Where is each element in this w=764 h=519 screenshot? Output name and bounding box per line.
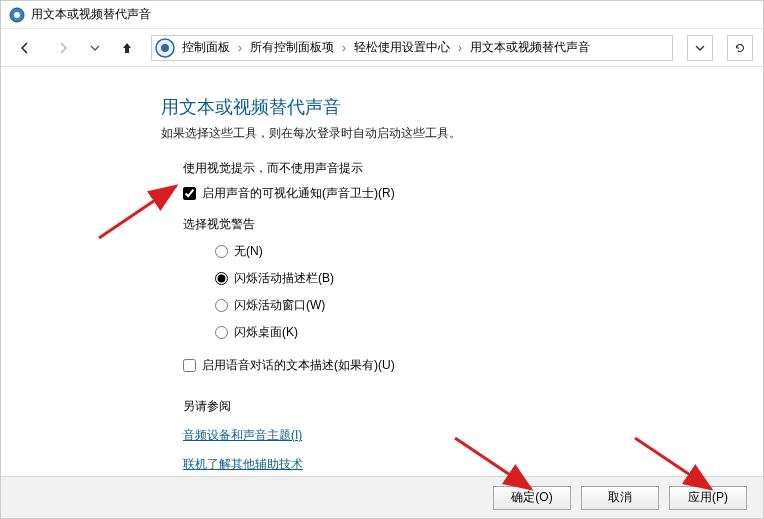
forward-button[interactable] [49, 34, 77, 62]
window-title: 用文本或视频替代声音 [31, 6, 151, 23]
breadcrumb-item-0[interactable]: 控制面板 [176, 36, 236, 60]
radio-none-label: 无(N) [234, 243, 263, 260]
choose-warning-heading: 选择视觉警告 [183, 216, 763, 233]
breadcrumb-item-3[interactable]: 用文本或视频替代声音 [464, 36, 596, 60]
footer: 确定(O) 取消 应用(P) [1, 476, 763, 518]
chevron-right-icon: › [340, 41, 348, 55]
radio-flash-caption[interactable] [215, 272, 228, 285]
titlebar: 用文本或视频替代声音 [1, 1, 763, 29]
radio-flash-caption-row[interactable]: 闪烁活动描述栏(B) [215, 270, 763, 287]
radio-none[interactable] [215, 245, 228, 258]
see-also-heading: 另请参阅 [183, 398, 763, 415]
sound-sentry-label: 启用声音的可视化通知(声音卫士)(R) [202, 185, 395, 202]
recent-locations-button[interactable] [87, 34, 103, 62]
page-description: 如果选择这些工具，则在每次登录时自动启动这些工具。 [161, 125, 763, 142]
radio-flash-desktop-label: 闪烁桌面(K) [234, 324, 298, 341]
sound-sentry-checkbox-row[interactable]: 启用声音的可视化通知(声音卫士)(R) [183, 185, 763, 202]
address-icon [154, 37, 176, 59]
chevron-right-icon: › [456, 41, 464, 55]
svg-point-1 [14, 12, 20, 18]
sound-sentry-checkbox[interactable] [183, 187, 196, 200]
radio-flash-desktop[interactable] [215, 326, 228, 339]
radio-flash-window-row[interactable]: 闪烁活动窗口(W) [215, 297, 763, 314]
radio-flash-caption-label: 闪烁活动描述栏(B) [234, 270, 334, 287]
visual-warning-radio-group: 无(N) 闪烁活动描述栏(B) 闪烁活动窗口(W) 闪烁桌面(K) [215, 243, 763, 341]
svg-point-3 [161, 44, 169, 52]
radio-none-row[interactable]: 无(N) [215, 243, 763, 260]
breadcrumb-item-1[interactable]: 所有控制面板项 [244, 36, 340, 60]
visual-cues-heading: 使用视觉提示，而不使用声音提示 [183, 160, 763, 177]
chevron-right-icon: › [236, 41, 244, 55]
apply-button[interactable]: 应用(P) [669, 486, 747, 510]
cancel-button[interactable]: 取消 [581, 486, 659, 510]
back-button[interactable] [11, 34, 39, 62]
link-online-help[interactable]: 联机了解其他辅助技术 [183, 456, 303, 473]
ok-button[interactable]: 确定(O) [493, 486, 571, 510]
content-area: 用文本或视频替代声音 如果选择这些工具，则在每次登录时自动启动这些工具。 使用视… [1, 67, 763, 476]
control-panel-icon [9, 7, 25, 23]
navbar: 控制面板 › 所有控制面板项 › 轻松使用设置中心 › 用文本或视频替代声音 [1, 29, 763, 67]
page-title: 用文本或视频替代声音 [161, 95, 763, 119]
text-caption-checkbox-row[interactable]: 启用语音对话的文本描述(如果有)(U) [183, 357, 763, 374]
address-dropdown-button[interactable] [687, 35, 713, 61]
up-button[interactable] [113, 34, 141, 62]
text-caption-checkbox[interactable] [183, 359, 196, 372]
radio-flash-desktop-row[interactable]: 闪烁桌面(K) [215, 324, 763, 341]
radio-flash-window-label: 闪烁活动窗口(W) [234, 297, 325, 314]
breadcrumb-item-2[interactable]: 轻松使用设置中心 [348, 36, 456, 60]
refresh-button[interactable] [727, 35, 753, 61]
link-audio-devices[interactable]: 音频设备和声音主题(I) [183, 427, 302, 444]
address-bar[interactable]: 控制面板 › 所有控制面板项 › 轻松使用设置中心 › 用文本或视频替代声音 [151, 35, 673, 61]
text-caption-label: 启用语音对话的文本描述(如果有)(U) [202, 357, 395, 374]
radio-flash-window[interactable] [215, 299, 228, 312]
